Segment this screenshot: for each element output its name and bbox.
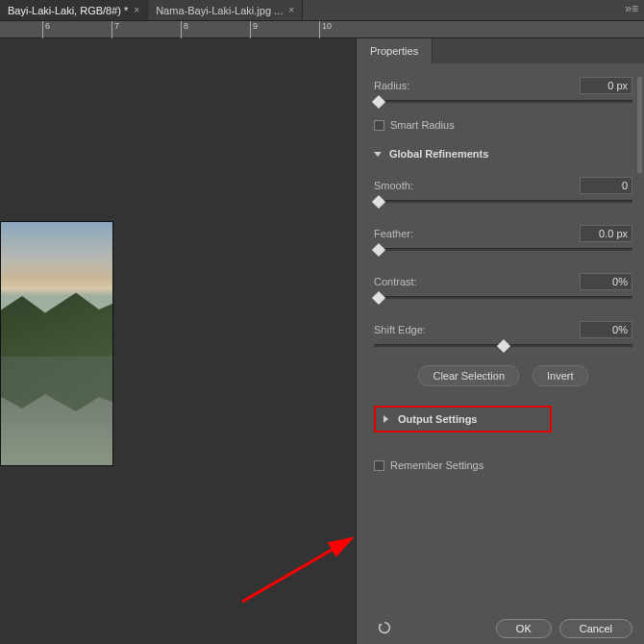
output-settings-label: Output Settings xyxy=(398,413,478,425)
smart-radius-row[interactable]: Smart Radius xyxy=(374,119,632,131)
document-tab-label: Bayi-Laki-Laki, RGB/8#) * xyxy=(8,5,128,16)
shift-edge-label: Shift Edge: xyxy=(374,324,426,335)
smooth-value[interactable]: 0 xyxy=(580,177,632,194)
radius-slider[interactable] xyxy=(374,98,632,110)
document-image xyxy=(0,221,113,466)
close-icon[interactable]: × xyxy=(134,5,139,15)
smart-radius-label: Smart Radius xyxy=(390,119,455,131)
global-refinements-label: Global Refinements xyxy=(389,148,488,160)
feather-control: Feather: 0.0 px xyxy=(374,225,632,258)
ruler-tick: 9 xyxy=(250,21,258,38)
feather-value[interactable]: 0.0 px xyxy=(580,225,632,242)
radius-value[interactable]: 0 px xyxy=(580,77,632,94)
canvas[interactable] xyxy=(0,38,356,644)
checkbox-icon[interactable] xyxy=(374,120,384,131)
feather-label: Feather: xyxy=(374,228,413,239)
smooth-label: Smooth: xyxy=(374,180,413,191)
radius-label: Radius: xyxy=(374,80,409,91)
document-tab-0[interactable]: Bayi-Laki-Laki, RGB/8#) * × xyxy=(0,0,148,20)
checkbox-icon[interactable] xyxy=(374,460,384,471)
ruler-tick: 6 xyxy=(42,21,50,38)
ok-button[interactable]: OK xyxy=(496,619,552,638)
svg-line-0 xyxy=(242,538,352,602)
invert-button[interactable]: Invert xyxy=(533,365,588,386)
contrast-value[interactable]: 0% xyxy=(580,273,632,290)
horizontal-ruler: 6 7 8 9 10 xyxy=(0,21,644,38)
smooth-control: Smooth: 0 xyxy=(374,177,632,210)
contrast-label: Contrast: xyxy=(374,276,417,287)
tab-properties[interactable]: Properties xyxy=(357,38,433,63)
ruler-tick: 8 xyxy=(181,21,188,38)
document-tabs: Bayi-Laki-Laki, RGB/8#) * × Nama-Bayi-La… xyxy=(0,0,644,21)
clear-selection-button[interactable]: Clear Selection xyxy=(418,365,519,386)
feather-slider[interactable] xyxy=(374,246,632,258)
radius-control: Radius: 0 px xyxy=(374,77,632,110)
remember-settings-label: Remember Settings xyxy=(390,459,483,471)
shift-edge-control: Shift Edge: 0% xyxy=(374,321,632,354)
remember-settings-row[interactable]: Remember Settings xyxy=(374,459,632,471)
chevron-down-icon xyxy=(374,152,382,157)
contrast-control: Contrast: 0% xyxy=(374,273,632,306)
reset-icon[interactable] xyxy=(376,619,393,636)
contrast-slider[interactable] xyxy=(374,294,632,306)
panel-tabs: Properties xyxy=(357,38,644,63)
document-tab-label: Nama-Bayi-Laki-Laki.jpg ... xyxy=(156,5,283,16)
shift-edge-value[interactable]: 0% xyxy=(580,321,632,338)
output-settings-header[interactable]: Output Settings xyxy=(374,406,552,433)
properties-panel: Properties Radius: 0 px Smart Radius Gl xyxy=(356,38,644,644)
shift-edge-slider[interactable] xyxy=(374,342,632,354)
ruler-tick: 10 xyxy=(319,21,332,38)
smooth-slider[interactable] xyxy=(374,198,632,210)
flyout-menu-icon[interactable]: »≡ xyxy=(625,2,638,15)
cancel-button[interactable]: Cancel xyxy=(559,619,632,638)
chevron-right-icon xyxy=(384,415,388,423)
global-refinements-header[interactable]: Global Refinements xyxy=(374,148,632,160)
close-icon[interactable]: × xyxy=(288,5,294,15)
ruler-tick: 7 xyxy=(111,21,119,38)
document-tab-1[interactable]: Nama-Bayi-Laki-Laki.jpg ... × xyxy=(148,0,303,20)
